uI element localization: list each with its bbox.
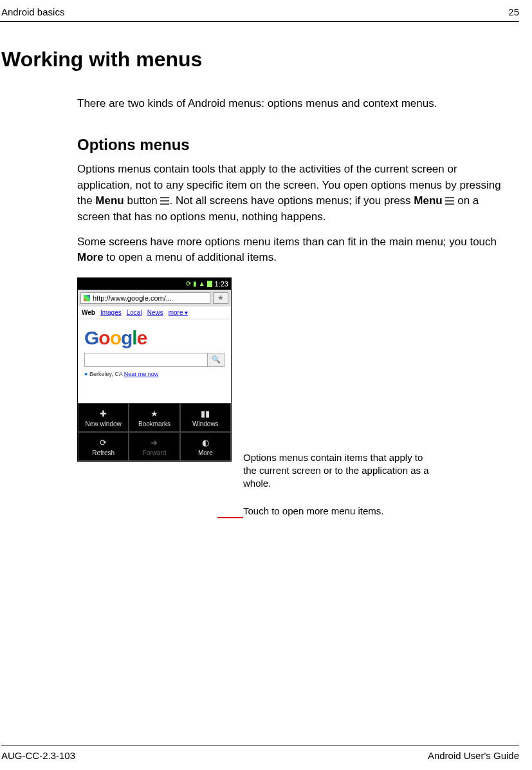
google-tabs: Web Images Local News more ▾ [78,306,231,319]
doc-name: Android User's Guide [428,750,519,761]
menu-forward: ➔ Forward [129,432,179,461]
bookmark-star-icon: ★ [149,409,160,419]
menu-icon [445,197,454,205]
page-footer: AUG-CC-2.3-103 Android User's Guide [1,746,519,761]
p1-menu-bold-2: Menu [414,194,442,207]
tab-images[interactable]: Images [100,309,122,316]
p2-c: to open a menu of additional items. [104,251,277,263]
p1-menu-bold-1: Menu [95,194,124,207]
windows-icon: ▮▮ [200,409,210,419]
sync-icon: ⟳ [186,280,191,287]
callout-leader-line [217,517,243,518]
callout-column: Options menus contain items that apply t… [243,277,430,518]
page-header: Android basics 25 [0,6,519,22]
p1-d: . Not all screens have options menus; if… [169,194,414,207]
menu-forward-label: Forward [143,449,167,456]
menu-refresh-label: Refresh [92,449,115,456]
menu-bookmarks-label: Bookmarks [138,420,170,427]
battery-icon [207,281,212,287]
near-me-link[interactable]: Near me now [124,371,159,377]
doc-id: AUG-CC-2.3-103 [1,750,75,761]
menu-bookmarks[interactable]: ★ Bookmarks [129,403,179,432]
menu-more[interactable]: ◐ More [180,432,231,461]
menu-new-window[interactable]: ✚ New window [78,403,129,432]
options-menu: ✚ New window ★ Bookmarks ▮▮ Windows ⟳ Re… [78,403,231,461]
bookmark-button[interactable]: ★ [213,292,228,304]
callout-options-desc: Options menus contain items that apply t… [243,451,430,491]
section-heading: Options menus [77,136,506,154]
phone-screenshot: ⟳ ▮ ▲ 1:23 http://www.google.com/... ★ W… [77,277,232,462]
options-para-1: Options menus contain tools that apply t… [77,162,506,225]
location-text: Berkeley, CA [89,371,122,377]
signal-3g-icon: ▮ [193,280,197,287]
page-number: 25 [508,6,519,17]
menu-more-label: More [198,449,213,456]
tab-more[interactable]: more ▾ [169,309,188,316]
plus-icon: ✚ [98,409,109,419]
search-icon: 🔍 [212,355,221,364]
bookmark-icon: ★ [217,294,224,302]
figure: ⟳ ▮ ▲ 1:23 http://www.google.com/... ★ W… [77,277,506,518]
location-dot-icon: ● [84,371,87,377]
google-logo: Google [84,327,225,349]
search-button[interactable]: 🔍 [207,353,224,366]
tab-web[interactable]: Web [82,309,95,316]
status-icons: ⟳ ▮ ▲ [186,280,212,287]
menu-windows[interactable]: ▮▮ Windows [180,403,231,432]
browser-content: Google 🔍 ● Berkeley, CA Near me now [78,319,231,403]
status-bar: ⟳ ▮ ▲ 1:23 [78,278,231,290]
callout-more-desc: Touch to open more menu items. [243,505,430,518]
status-time: 1:23 [215,280,228,288]
chapter-name: Android basics [1,6,64,17]
content-area: There are two kinds of Android menus: op… [77,97,506,518]
intro-text: There are two kinds of Android menus: op… [77,97,506,110]
refresh-icon: ⟳ [98,438,109,448]
menu-icon [160,197,169,205]
p2-a: Some screens have more options menu item… [77,236,497,248]
search-input[interactable] [85,353,207,366]
tab-local[interactable]: Local [127,309,142,316]
search-box: 🔍 [84,353,225,367]
favicon-icon [84,295,90,301]
p1-c: button [124,194,161,207]
forward-icon: ➔ [149,438,160,448]
url-text: http://www.google.com/... [93,294,172,302]
tab-news[interactable]: News [147,309,163,316]
location-row: ● Berkeley, CA Near me now [84,371,225,377]
url-bar-row: http://www.google.com/... ★ [78,290,231,306]
page-title: Working with menus [1,48,519,71]
menu-refresh[interactable]: ⟳ Refresh [78,432,129,461]
options-para-2: Some screens have more options menu item… [77,234,506,266]
menu-new-window-label: New window [86,420,122,427]
p2-more-bold: More [77,251,104,263]
more-icon: ◐ [200,438,210,448]
menu-windows-label: Windows [192,420,219,427]
signal-bars-icon: ▲ [199,280,205,287]
url-input[interactable]: http://www.google.com/... [80,292,210,304]
